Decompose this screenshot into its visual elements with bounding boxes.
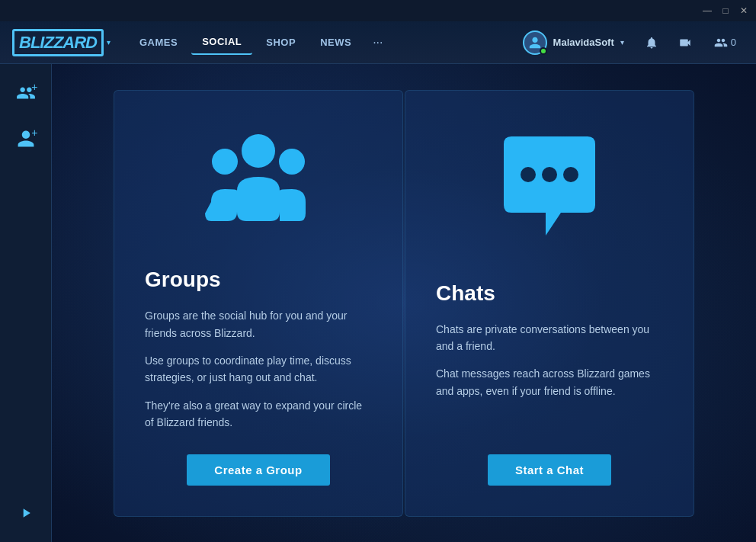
svg-point-2 xyxy=(279,149,305,175)
minimize-button[interactable]: — xyxy=(701,5,713,17)
create-group-button[interactable]: Create a Group xyxy=(187,454,329,486)
sidebar-bottom xyxy=(9,496,43,542)
avatar xyxy=(523,30,547,55)
groups-card-title: Groups xyxy=(145,268,221,292)
header-right: MalavidaSoft ▾ 0 xyxy=(517,27,744,58)
groups-para-1: Groups are the social hub for you and yo… xyxy=(145,307,372,342)
svg-point-0 xyxy=(242,134,275,168)
status-indicator xyxy=(540,47,547,55)
svg-point-5 xyxy=(563,167,578,182)
groups-card: Groups Groups are the social hub for you… xyxy=(114,90,403,517)
chats-card-body: Chats are private conversations between … xyxy=(436,321,663,431)
add-friend-plus-icon: + xyxy=(31,127,37,139)
add-icon: + xyxy=(31,81,37,93)
add-friend-icon[interactable]: + xyxy=(9,122,43,156)
groups-icon xyxy=(197,122,319,244)
title-bar: — □ ✕ xyxy=(0,0,756,21)
friends-button[interactable]: 0 xyxy=(706,33,744,53)
nav-bar: GAMES SOCIAL SHOP NEWS ··· xyxy=(129,30,517,56)
groups-card-body: Groups are the social hub for you and yo… xyxy=(145,307,372,431)
groups-para-3: They're also a great way to expand your … xyxy=(145,397,372,431)
start-chat-button[interactable]: Start a Chat xyxy=(488,454,611,486)
nav-more-button[interactable]: ··· xyxy=(365,30,390,56)
username-label: MalavidaSoft xyxy=(553,37,614,48)
groups-para-2: Use groups to coordinate play time, disc… xyxy=(145,352,372,386)
chats-card: Chats Chats are private conversations be… xyxy=(405,90,694,517)
nav-item-social[interactable]: SOCIAL xyxy=(191,30,252,55)
sidebar: + + xyxy=(0,64,52,542)
logo-chevron-icon: ▾ xyxy=(107,38,111,47)
svg-point-4 xyxy=(542,167,557,182)
user-chevron-icon: ▾ xyxy=(620,38,624,47)
svg-point-3 xyxy=(521,167,536,182)
logo-text: BLIZZARD xyxy=(12,29,104,56)
nav-item-news[interactable]: NEWS xyxy=(309,30,362,54)
chats-icon xyxy=(489,129,610,251)
maximize-button[interactable]: □ xyxy=(719,5,732,17)
notifications-button[interactable] xyxy=(639,30,664,55)
groups-card-icon-area xyxy=(145,114,372,253)
chats-card-icon-area xyxy=(436,114,663,266)
add-group-icon[interactable]: + xyxy=(9,76,43,110)
chats-para-2: Chat messages reach across Blizzard game… xyxy=(436,365,663,399)
user-profile-button[interactable]: MalavidaSoft ▾ xyxy=(517,27,630,58)
header: BLIZZARD ▾ GAMES SOCIAL SHOP NEWS ··· Ma… xyxy=(0,21,756,64)
sidebar-arrow-icon[interactable] xyxy=(9,496,43,530)
video-call-button[interactable] xyxy=(673,30,697,55)
content-area: Groups Groups are the social hub for you… xyxy=(52,64,756,542)
chats-para-1: Chats are private conversations between … xyxy=(436,321,663,355)
nav-item-shop[interactable]: SHOP xyxy=(255,30,306,54)
logo[interactable]: BLIZZARD ▾ xyxy=(12,29,111,56)
close-button[interactable]: ✕ xyxy=(738,5,750,17)
friends-count: 0 xyxy=(731,37,736,48)
main-container: + + xyxy=(0,64,756,542)
chats-card-title: Chats xyxy=(436,281,495,306)
nav-item-games[interactable]: GAMES xyxy=(129,30,188,54)
svg-point-1 xyxy=(212,149,238,175)
